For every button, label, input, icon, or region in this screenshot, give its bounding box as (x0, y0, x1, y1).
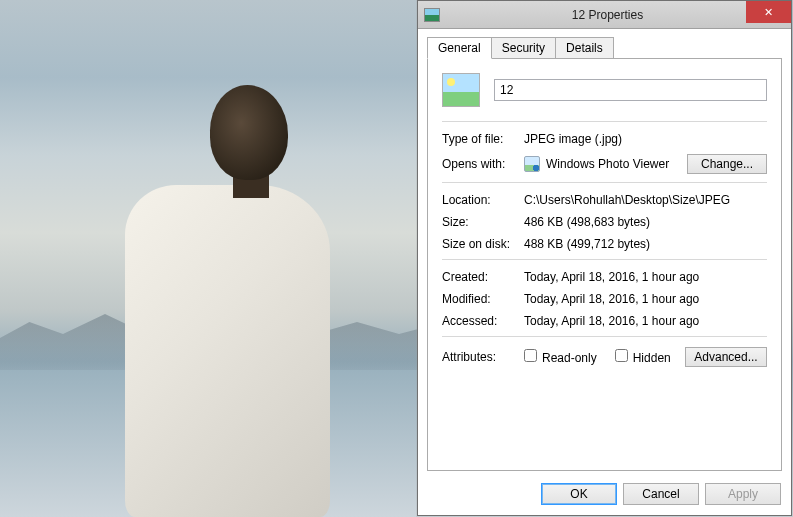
value-modified: Today, April 18, 2016, 1 hour ago (524, 292, 767, 306)
label-read-only: Read-only (542, 351, 597, 365)
background-figure (95, 85, 335, 517)
window-title: 12 Properties (424, 8, 791, 22)
change-button[interactable]: Change... (687, 154, 767, 174)
label-hidden: Hidden (633, 351, 671, 365)
label-location: Location: (442, 193, 524, 207)
apply-button[interactable]: Apply (705, 483, 781, 505)
properties-dialog: 12 Properties ✕ General Security Details… (417, 0, 792, 516)
dialog-footer: OK Cancel Apply (418, 477, 791, 515)
value-size: 486 KB (498,683 bytes) (524, 215, 767, 229)
value-accessed: Today, April 18, 2016, 1 hour ago (524, 314, 767, 328)
label-size-on-disk: Size on disk: (442, 237, 524, 251)
checkbox-read-only[interactable] (524, 349, 537, 362)
value-created: Today, April 18, 2016, 1 hour ago (524, 270, 767, 284)
attr-hidden-wrapper: Hidden (615, 349, 671, 365)
value-location: C:\Users\Rohullah\Desktop\Size\JPEG (524, 193, 767, 207)
separator (442, 182, 767, 183)
label-type-of-file: Type of file: (442, 132, 524, 146)
tab-security[interactable]: Security (491, 37, 556, 58)
label-attributes: Attributes: (442, 350, 524, 364)
label-opens-with: Opens with: (442, 157, 524, 171)
label-modified: Modified: (442, 292, 524, 306)
separator (442, 259, 767, 260)
advanced-button[interactable]: Advanced... (685, 347, 767, 367)
ok-button[interactable]: OK (541, 483, 617, 505)
close-button[interactable]: ✕ (746, 1, 791, 23)
value-opens-with: Windows Photo Viewer (546, 157, 669, 171)
photo-viewer-icon (524, 156, 540, 172)
checkbox-hidden[interactable] (615, 349, 628, 362)
tab-details[interactable]: Details (555, 37, 614, 58)
cancel-button[interactable]: Cancel (623, 483, 699, 505)
tab-panel-general: Type of file: JPEG image (.jpg) Opens wi… (427, 59, 782, 471)
value-size-on-disk: 488 KB (499,712 bytes) (524, 237, 767, 251)
separator (442, 121, 767, 122)
background-mountains (0, 290, 420, 370)
label-size: Size: (442, 215, 524, 229)
attr-readonly-wrapper: Read-only (524, 349, 597, 365)
tab-general[interactable]: General (427, 37, 492, 59)
value-type-of-file: JPEG image (.jpg) (524, 132, 767, 146)
separator (442, 336, 767, 337)
titlebar: 12 Properties ✕ (418, 1, 791, 29)
tab-strip: General Security Details (427, 37, 782, 59)
close-icon: ✕ (764, 6, 773, 19)
label-accessed: Accessed: (442, 314, 524, 328)
file-type-icon (442, 73, 480, 107)
label-created: Created: (442, 270, 524, 284)
filename-input[interactable] (494, 79, 767, 101)
